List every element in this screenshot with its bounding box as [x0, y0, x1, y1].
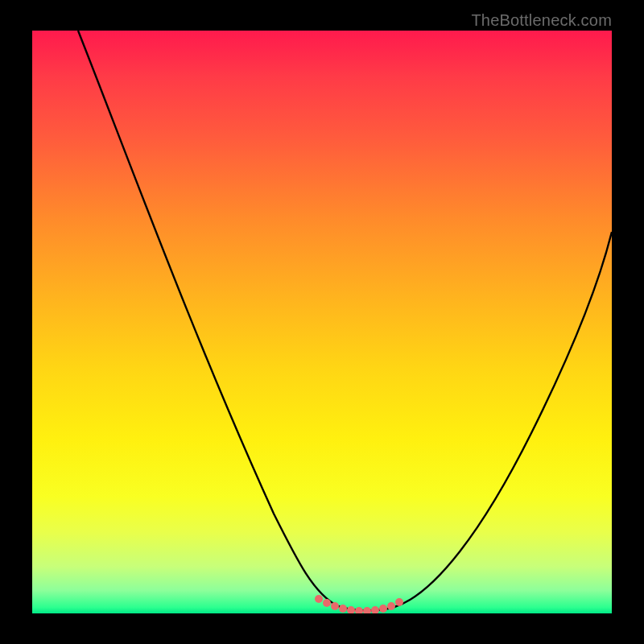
attribution-text: TheBottleneck.com	[471, 11, 612, 30]
svg-point-7	[371, 606, 379, 613]
bottleneck-curve	[78, 31, 612, 610]
svg-point-9	[387, 602, 395, 610]
svg-point-1	[323, 599, 331, 607]
chart-frame: TheBottleneck.com	[0, 0, 644, 644]
svg-point-2	[331, 602, 339, 610]
svg-point-3	[339, 605, 347, 613]
svg-point-4	[347, 606, 355, 613]
svg-point-0	[315, 595, 323, 603]
svg-point-8	[379, 605, 387, 613]
svg-point-6	[363, 607, 371, 613]
valley-accent-dots	[315, 595, 403, 613]
svg-point-5	[355, 607, 363, 613]
svg-point-10	[395, 598, 403, 606]
chart-svg	[32, 31, 612, 613]
chart-plot-area	[32, 31, 612, 613]
